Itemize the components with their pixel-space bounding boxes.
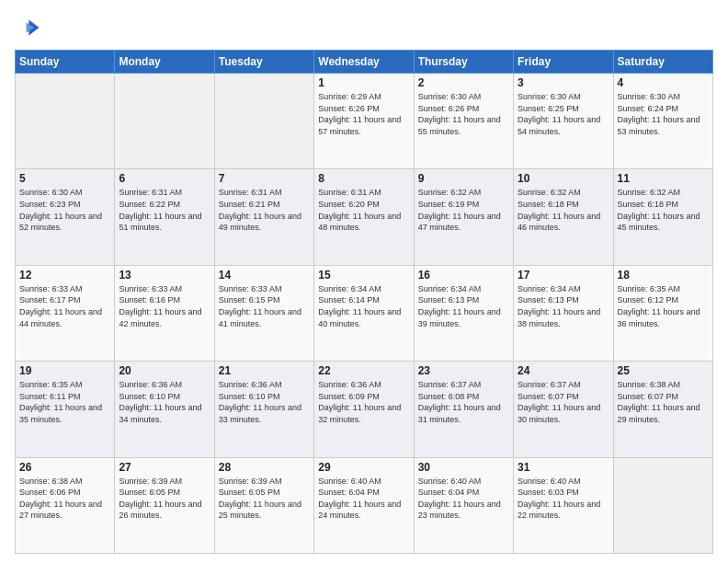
day-info: Sunrise: 6:31 AM Sunset: 6:21 PM Dayligh… bbox=[219, 187, 310, 233]
day-number: 29 bbox=[318, 461, 409, 474]
calendar-cell: 9Sunrise: 6:32 AM Sunset: 6:19 PM Daylig… bbox=[414, 169, 513, 265]
calendar-cell: 7Sunrise: 6:31 AM Sunset: 6:21 PM Daylig… bbox=[214, 169, 313, 265]
calendar-cell: 15Sunrise: 6:34 AM Sunset: 6:14 PM Dayli… bbox=[314, 265, 414, 361]
calendar-cell: 8Sunrise: 6:31 AM Sunset: 6:20 PM Daylig… bbox=[314, 169, 414, 265]
day-info: Sunrise: 6:32 AM Sunset: 6:19 PM Dayligh… bbox=[418, 187, 509, 233]
week-row-3: 12Sunrise: 6:33 AM Sunset: 6:17 PM Dayli… bbox=[16, 265, 713, 361]
day-number: 6 bbox=[119, 172, 210, 185]
calendar-cell: 26Sunrise: 6:38 AM Sunset: 6:06 PM Dayli… bbox=[16, 457, 115, 553]
calendar-cell: 5Sunrise: 6:30 AM Sunset: 6:23 PM Daylig… bbox=[16, 169, 115, 265]
day-info: Sunrise: 6:36 AM Sunset: 6:09 PM Dayligh… bbox=[318, 379, 409, 425]
day-header-friday: Friday bbox=[514, 51, 613, 74]
day-number: 26 bbox=[19, 461, 110, 474]
day-number: 4 bbox=[618, 76, 709, 89]
day-number: 10 bbox=[518, 172, 609, 185]
day-info: Sunrise: 6:31 AM Sunset: 6:20 PM Dayligh… bbox=[318, 187, 409, 233]
day-header-monday: Monday bbox=[115, 51, 214, 74]
week-row-1: 1Sunrise: 6:29 AM Sunset: 6:26 PM Daylig… bbox=[16, 74, 713, 169]
calendar-cell bbox=[115, 74, 214, 169]
day-number: 8 bbox=[318, 172, 409, 185]
day-info: Sunrise: 6:38 AM Sunset: 6:06 PM Dayligh… bbox=[19, 476, 110, 522]
day-number: 30 bbox=[418, 461, 509, 474]
calendar: SundayMondayTuesdayWednesdayThursdayFrid… bbox=[15, 50, 713, 554]
day-number: 28 bbox=[219, 461, 310, 474]
calendar-cell: 3Sunrise: 6:30 AM Sunset: 6:25 PM Daylig… bbox=[514, 74, 613, 169]
day-info: Sunrise: 6:33 AM Sunset: 6:15 PM Dayligh… bbox=[219, 283, 310, 329]
day-info: Sunrise: 6:36 AM Sunset: 6:10 PM Dayligh… bbox=[119, 379, 210, 425]
calendar-cell: 30Sunrise: 6:40 AM Sunset: 6:04 PM Dayli… bbox=[414, 457, 513, 553]
day-number: 17 bbox=[518, 269, 609, 282]
day-header-thursday: Thursday bbox=[414, 51, 513, 74]
header bbox=[15, 15, 713, 40]
calendar-cell bbox=[214, 74, 313, 169]
day-number: 16 bbox=[418, 269, 509, 282]
day-number: 25 bbox=[618, 364, 709, 377]
day-info: Sunrise: 6:40 AM Sunset: 6:04 PM Dayligh… bbox=[418, 476, 509, 522]
calendar-cell: 13Sunrise: 6:33 AM Sunset: 6:16 PM Dayli… bbox=[115, 265, 214, 361]
day-info: Sunrise: 6:32 AM Sunset: 6:18 PM Dayligh… bbox=[518, 187, 609, 233]
calendar-cell: 18Sunrise: 6:35 AM Sunset: 6:12 PM Dayli… bbox=[613, 265, 712, 361]
calendar-cell: 27Sunrise: 6:39 AM Sunset: 6:05 PM Dayli… bbox=[115, 457, 214, 553]
day-info: Sunrise: 6:32 AM Sunset: 6:18 PM Dayligh… bbox=[618, 187, 709, 233]
day-info: Sunrise: 6:36 AM Sunset: 6:10 PM Dayligh… bbox=[219, 379, 310, 425]
day-number: 9 bbox=[418, 172, 509, 185]
day-info: Sunrise: 6:39 AM Sunset: 6:05 PM Dayligh… bbox=[119, 476, 210, 522]
day-info: Sunrise: 6:35 AM Sunset: 6:12 PM Dayligh… bbox=[618, 283, 709, 329]
day-number: 22 bbox=[318, 364, 409, 377]
day-info: Sunrise: 6:31 AM Sunset: 6:22 PM Dayligh… bbox=[119, 187, 210, 233]
day-info: Sunrise: 6:35 AM Sunset: 6:11 PM Dayligh… bbox=[19, 379, 110, 425]
calendar-cell: 21Sunrise: 6:36 AM Sunset: 6:10 PM Dayli… bbox=[214, 362, 313, 457]
day-number: 19 bbox=[19, 364, 110, 377]
day-header-tuesday: Tuesday bbox=[214, 51, 313, 74]
day-number: 12 bbox=[19, 269, 110, 282]
logo bbox=[15, 15, 44, 40]
day-number: 13 bbox=[119, 269, 210, 282]
day-number: 21 bbox=[219, 364, 310, 377]
page: SundayMondayTuesdayWednesdayThursdayFrid… bbox=[0, 0, 728, 563]
calendar-cell: 23Sunrise: 6:37 AM Sunset: 6:08 PM Dayli… bbox=[414, 362, 513, 457]
day-info: Sunrise: 6:34 AM Sunset: 6:13 PM Dayligh… bbox=[518, 283, 609, 329]
day-info: Sunrise: 6:37 AM Sunset: 6:08 PM Dayligh… bbox=[418, 379, 509, 425]
day-info: Sunrise: 6:40 AM Sunset: 6:04 PM Dayligh… bbox=[318, 476, 409, 522]
calendar-cell: 16Sunrise: 6:34 AM Sunset: 6:13 PM Dayli… bbox=[414, 265, 513, 361]
calendar-cell: 22Sunrise: 6:36 AM Sunset: 6:09 PM Dayli… bbox=[314, 362, 414, 457]
calendar-cell: 25Sunrise: 6:38 AM Sunset: 6:07 PM Dayli… bbox=[613, 362, 712, 457]
calendar-cell: 29Sunrise: 6:40 AM Sunset: 6:04 PM Dayli… bbox=[314, 457, 414, 553]
day-number: 31 bbox=[518, 461, 609, 474]
calendar-cell: 24Sunrise: 6:37 AM Sunset: 6:07 PM Dayli… bbox=[514, 362, 613, 457]
week-row-4: 19Sunrise: 6:35 AM Sunset: 6:11 PM Dayli… bbox=[16, 362, 713, 457]
day-info: Sunrise: 6:34 AM Sunset: 6:13 PM Dayligh… bbox=[418, 283, 509, 329]
day-info: Sunrise: 6:38 AM Sunset: 6:07 PM Dayligh… bbox=[618, 379, 709, 425]
calendar-cell bbox=[613, 457, 712, 553]
calendar-cell: 12Sunrise: 6:33 AM Sunset: 6:17 PM Dayli… bbox=[16, 265, 115, 361]
day-info: Sunrise: 6:40 AM Sunset: 6:03 PM Dayligh… bbox=[518, 476, 609, 522]
day-number: 2 bbox=[418, 76, 509, 89]
day-info: Sunrise: 6:33 AM Sunset: 6:17 PM Dayligh… bbox=[19, 283, 110, 329]
day-info: Sunrise: 6:30 AM Sunset: 6:26 PM Dayligh… bbox=[418, 91, 509, 137]
day-number: 7 bbox=[219, 172, 310, 185]
calendar-cell: 17Sunrise: 6:34 AM Sunset: 6:13 PM Dayli… bbox=[514, 265, 613, 361]
day-number: 20 bbox=[119, 364, 210, 377]
logo-icon bbox=[15, 15, 40, 40]
day-info: Sunrise: 6:34 AM Sunset: 6:14 PM Dayligh… bbox=[318, 283, 409, 329]
day-info: Sunrise: 6:29 AM Sunset: 6:26 PM Dayligh… bbox=[318, 91, 409, 137]
day-header-sunday: Sunday bbox=[16, 51, 115, 74]
day-number: 15 bbox=[318, 269, 409, 282]
calendar-cell: 20Sunrise: 6:36 AM Sunset: 6:10 PM Dayli… bbox=[115, 362, 214, 457]
day-info: Sunrise: 6:37 AM Sunset: 6:07 PM Dayligh… bbox=[518, 379, 609, 425]
calendar-cell: 2Sunrise: 6:30 AM Sunset: 6:26 PM Daylig… bbox=[414, 74, 513, 169]
day-number: 24 bbox=[518, 364, 609, 377]
day-info: Sunrise: 6:39 AM Sunset: 6:05 PM Dayligh… bbox=[219, 476, 310, 522]
day-number: 11 bbox=[618, 172, 709, 185]
day-number: 23 bbox=[418, 364, 509, 377]
day-info: Sunrise: 6:33 AM Sunset: 6:16 PM Dayligh… bbox=[119, 283, 210, 329]
day-header-saturday: Saturday bbox=[613, 51, 712, 74]
calendar-cell: 6Sunrise: 6:31 AM Sunset: 6:22 PM Daylig… bbox=[115, 169, 214, 265]
calendar-cell: 31Sunrise: 6:40 AM Sunset: 6:03 PM Dayli… bbox=[514, 457, 613, 553]
day-info: Sunrise: 6:30 AM Sunset: 6:23 PM Dayligh… bbox=[19, 187, 110, 233]
calendar-cell: 11Sunrise: 6:32 AM Sunset: 6:18 PM Dayli… bbox=[613, 169, 712, 265]
calendar-cell: 19Sunrise: 6:35 AM Sunset: 6:11 PM Dayli… bbox=[16, 362, 115, 457]
calendar-cell: 1Sunrise: 6:29 AM Sunset: 6:26 PM Daylig… bbox=[314, 74, 414, 169]
day-number: 1 bbox=[318, 76, 409, 89]
calendar-cell: 28Sunrise: 6:39 AM Sunset: 6:05 PM Dayli… bbox=[214, 457, 313, 553]
